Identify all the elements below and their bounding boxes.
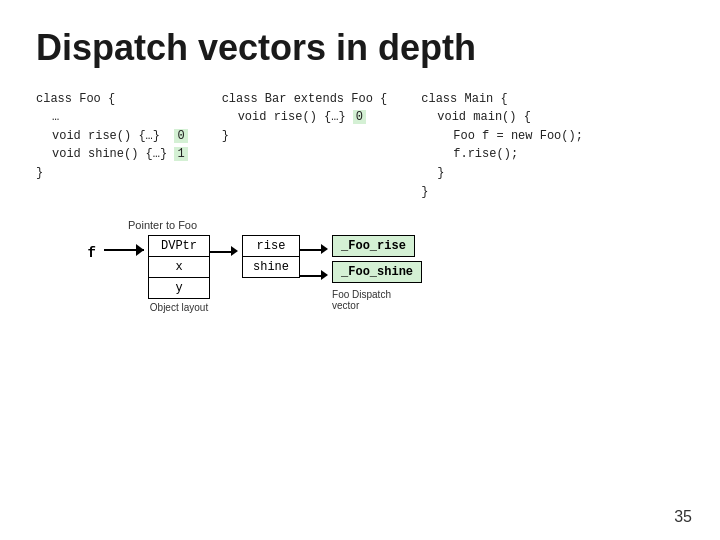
diagram-section: Pointer to Foo f DVPtr x y (36, 219, 684, 313)
diagram-row: f DVPtr x y Object layout (72, 235, 422, 313)
code-line-foo-4: void shine() {…} 1 (36, 145, 188, 164)
obj-dvptr-cell: DVPtr (149, 236, 210, 257)
code-line-main-5: } (421, 164, 583, 183)
code-block-bar: class Bar extends Foo { void rise() {…} … (222, 90, 388, 146)
dvptr-to-dv-arrow (210, 243, 242, 261)
dv-rise-cell: rise (243, 236, 300, 257)
shine-to-dispatch-arrow (300, 267, 332, 285)
dv-arrows-col (300, 241, 332, 285)
code-line-main-4: f.rise(); (421, 145, 583, 164)
obj-x-cell: x (149, 257, 210, 278)
code-line-foo-3: void rise() {…} 0 (36, 127, 188, 146)
code-block-main: class Main { void main() { Foo f = new F… (421, 90, 583, 202)
f-variable-label: f (72, 245, 96, 261)
page-number: 35 (674, 508, 692, 526)
pointer-to-foo-label: Pointer to Foo (128, 219, 197, 231)
code-line-foo-1: class Foo { (36, 90, 188, 109)
code-line-main-1: class Main { (421, 90, 583, 109)
code-line-bar-1: class Bar extends Foo { (222, 90, 388, 109)
dispatch-targets-col: _Foo_rise _Foo_shine Foo Dispatch vector (332, 235, 422, 311)
code-line-foo-2: … (36, 108, 188, 127)
dispatch-foo-rise-box: _Foo_rise (332, 235, 415, 257)
dispatch-vector-label: Foo Dispatch vector (332, 289, 391, 311)
dv-table-wrapper: rise shine (242, 235, 300, 278)
obj-y-cell: y (149, 278, 210, 299)
object-layout-label: Object layout (150, 302, 208, 313)
dv-shine-cell: shine (243, 257, 300, 278)
code-line-foo-5: } (36, 164, 188, 183)
code-area: class Foo { … void rise() {…} 0 void shi… (36, 90, 684, 202)
code-line-main-6: } (421, 183, 583, 202)
code-line-bar-3: } (222, 127, 388, 146)
code-line-bar-2: void rise() {…} 0 (222, 108, 388, 127)
dv-table: rise shine (242, 235, 300, 278)
rise-to-dispatch-arrow (300, 241, 332, 259)
code-line-main-2: void main() { (421, 108, 583, 127)
object-table: DVPtr x y (148, 235, 210, 299)
dispatch-foo-shine-box: _Foo_shine (332, 261, 422, 283)
code-line-main-3: Foo f = new Foo(); (421, 127, 583, 146)
f-to-object-arrow (104, 239, 148, 261)
object-layout: DVPtr x y Object layout (148, 235, 210, 313)
code-block-foo: class Foo { … void rise() {…} 0 void shi… (36, 90, 188, 183)
slide-title: Dispatch vectors in depth (36, 28, 684, 68)
